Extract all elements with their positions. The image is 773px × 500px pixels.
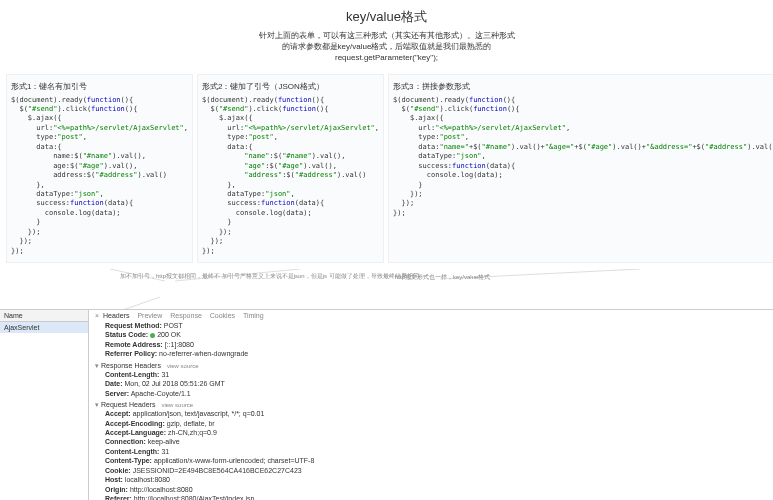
kv-key: Remote Address:: [105, 341, 163, 348]
kv-key: Request Method:: [105, 322, 162, 329]
kv-val: http://localhost:8080/AjaxTest/index.jsp: [134, 495, 255, 500]
kv-key: Referrer Policy:: [105, 350, 157, 357]
kv-val: 31: [161, 371, 169, 378]
kv-val: [::1]:8080: [165, 341, 194, 348]
response-headers: Response Headersview source Content-Leng…: [95, 362, 767, 398]
kv-key: Origin:: [105, 486, 128, 493]
kv-val: keep-alive: [148, 438, 180, 445]
name-header[interactable]: Name: [0, 310, 88, 322]
kv-val: Apache-Coyote/1.1: [131, 390, 191, 397]
request-item[interactable]: AjaxServlet: [0, 322, 88, 333]
annotation-left: 加不加引号，http报文都相同，最终不 加引号严格意义上来说不是json，但是j…: [120, 273, 419, 281]
code-block: $(document).ready(function(){ $("#send")…: [393, 96, 773, 219]
network-list: Name AjaxServlet: [0, 310, 89, 500]
kv-key: Referer:: [105, 495, 132, 500]
kv-key: Status Code:: [105, 331, 148, 338]
tab-headers[interactable]: Headers: [103, 312, 129, 319]
kv-key: Content-Length:: [105, 371, 159, 378]
kv-key: Date:: [105, 380, 123, 387]
col-header: 形式1：键名有加引号: [11, 81, 188, 92]
annotation-right: http报文形式也一样，key/value格式: [395, 273, 490, 282]
kv-key: Content-Type:: [105, 457, 152, 464]
intro-line: 的请求参数都是key/value格式，后端取值就是我们最熟悉的: [282, 42, 492, 51]
kv-key: Cookie:: [105, 467, 131, 474]
code-col-1: 形式1：键名有加引号 $(document).ready(function(){…: [6, 74, 193, 263]
code-columns: 形式1：键名有加引号 $(document).ready(function(){…: [0, 74, 773, 263]
col-header: 形式2：键加了引号（JSON格式）: [202, 81, 379, 92]
kv-val: gzip, deflate, br: [167, 420, 215, 427]
page-title: key/value格式: [0, 8, 773, 26]
code-col-3: 形式3：拼接参数形式 $(document).ready(function(){…: [388, 74, 773, 263]
kv-val: application/x-www-form-urlencoded; chars…: [154, 457, 314, 464]
kv-key: Accept:: [105, 410, 131, 417]
col-header: 形式3：拼接参数形式: [393, 81, 773, 92]
code-block: $(document).ready(function(){ $("#send")…: [202, 96, 379, 256]
view-source-link[interactable]: view source: [161, 402, 193, 408]
kv-val: JSESSIONID=2E494BC8E564CA416BCE62C27C423: [133, 467, 302, 474]
status-dot-icon: [150, 333, 155, 338]
kv-val: http://localhost:8080: [130, 486, 193, 493]
kv-val: no-referrer-when-downgrade: [159, 350, 248, 357]
kv-key: Accept-Language:: [105, 429, 166, 436]
code-col-2: 形式2：键加了引号（JSON格式） $(document).ready(func…: [197, 74, 384, 263]
request-headers: Request Headersview source Accept: appli…: [95, 401, 767, 500]
intro-line: 针对上面的表单，可以有这三种形式（其实还有其他形式）。这三种形式: [259, 31, 515, 40]
kv-val: application/json, text/javascript, */*; …: [133, 410, 265, 417]
request-detail: × Headers Preview Response Cookies Timin…: [89, 310, 773, 500]
kv-key: Accept-Encoding:: [105, 420, 165, 427]
kv-val: Mon, 02 Jul 2018 05:51:26 GMT: [124, 380, 224, 387]
kv-val: POST: [164, 322, 183, 329]
section-header[interactable]: Request Headers: [95, 401, 155, 408]
section-header[interactable]: Response Headers: [95, 362, 161, 369]
kv-key: Host:: [105, 476, 123, 483]
tab-cookies[interactable]: Cookies: [210, 312, 235, 319]
kv-val: zh-CN,zh;q=0.9: [168, 429, 217, 436]
intro-line: request.getParameter("key");: [335, 53, 438, 62]
view-source-link[interactable]: view source: [167, 363, 199, 369]
intro-text: 针对上面的表单，可以有这三种形式（其实还有其他形式）。这三种形式 的请求参数都是…: [0, 30, 773, 64]
kv-val: localhost:8080: [125, 476, 170, 483]
svg-line-3: [120, 297, 160, 309]
devtools-panel: Name AjaxServlet × Headers Preview Respo…: [0, 309, 773, 500]
tab-response[interactable]: Response: [170, 312, 202, 319]
general-section: Request Method: POST Status Code: 200 OK…: [105, 321, 767, 359]
kv-val: 200 OK: [157, 331, 181, 338]
kv-key: Server:: [105, 390, 129, 397]
detail-tabs: × Headers Preview Response Cookies Timin…: [95, 312, 767, 319]
annotation-area: 加不加引号，http报文都相同，最终不 加引号严格意义上来说不是json，但是j…: [0, 269, 773, 309]
kv-key: Content-Length:: [105, 448, 159, 455]
tab-preview[interactable]: Preview: [137, 312, 162, 319]
kv-key: Connection:: [105, 438, 146, 445]
kv-val: 31: [161, 448, 169, 455]
code-block: $(document).ready(function(){ $("#send")…: [11, 96, 188, 256]
tab-timing[interactable]: Timing: [243, 312, 264, 319]
